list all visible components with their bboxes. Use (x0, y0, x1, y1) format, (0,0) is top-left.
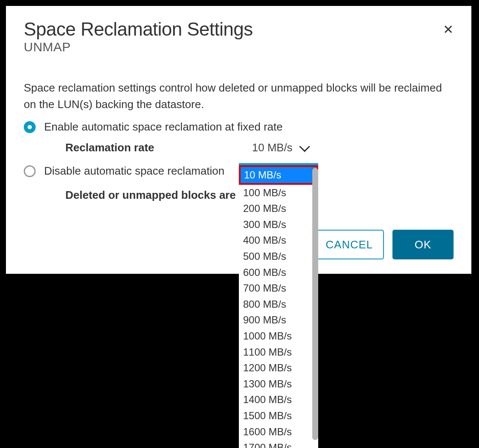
dropdown-option[interactable]: 10 MB/s (239, 165, 318, 185)
dropdown-option[interactable]: 1500 MB/s (239, 408, 318, 424)
reclamation-rate-label: Reclamation rate (65, 141, 252, 154)
reclamation-rate-row: Reclamation rate 10 MB/s (24, 141, 454, 154)
dialog-footer: CANCEL OK (315, 230, 454, 259)
disable-radio-label: Disable automatic space reclamation (44, 164, 224, 178)
dropdown-option[interactable]: 600 MB/s (239, 264, 318, 281)
reclamation-rate-dropdown[interactable]: 10 MB/s (252, 141, 308, 154)
dropdown-selected-value: 10 MB/s (252, 141, 292, 154)
dropdown-option[interactable]: 900 MB/s (239, 312, 318, 328)
dropdown-option[interactable]: 500 MB/s (239, 248, 318, 264)
dialog-header: Space Reclamation Settings UNMAP ✕ (24, 19, 454, 54)
dropdown-option[interactable]: 1000 MB/s (239, 328, 318, 344)
dropdown-option[interactable]: 1400 MB/s (239, 392, 318, 408)
chevron-down-icon (300, 141, 310, 152)
dropdown-scrollbar[interactable] (312, 168, 318, 440)
reclamation-rate-dropdown-list[interactable]: 10 MB/s 100 MB/s 200 MB/s 300 MB/s 400 M… (239, 163, 318, 448)
dropdown-option[interactable]: 1300 MB/s (239, 376, 318, 392)
dialog-description: Space reclamation settings control how d… (24, 80, 454, 113)
dialog-subtitle: UNMAP (24, 40, 253, 54)
radio-empty-icon (24, 165, 36, 177)
dropdown-option[interactable]: 100 MB/s (239, 185, 318, 201)
title-block: Space Reclamation Settings UNMAP (24, 19, 253, 54)
dropdown-option[interactable]: 400 MB/s (239, 232, 318, 248)
dropdown-option[interactable]: 700 MB/s (239, 280, 318, 296)
dropdown-option[interactable]: 800 MB/s (239, 296, 318, 312)
dropdown-option[interactable]: 300 MB/s (239, 217, 318, 233)
enable-reclamation-radio[interactable]: Enable automatic space reclamation at fi… (24, 120, 454, 134)
dropdown-option[interactable]: 1200 MB/s (239, 360, 318, 376)
dialog-title: Space Reclamation Settings (24, 19, 253, 39)
close-icon[interactable]: ✕ (443, 19, 454, 37)
ok-button[interactable]: OK (392, 230, 454, 259)
enable-radio-label: Enable automatic space reclamation at fi… (44, 120, 283, 134)
dropdown-option[interactable]: 200 MB/s (239, 200, 318, 217)
radio-selected-icon (24, 121, 36, 133)
dropdown-option[interactable]: 1700 MB/s (239, 440, 318, 448)
dropdown-option[interactable]: 1100 MB/s (239, 344, 318, 360)
dropdown-option[interactable]: 1600 MB/s (239, 424, 318, 440)
cancel-button[interactable]: CANCEL (315, 230, 384, 259)
